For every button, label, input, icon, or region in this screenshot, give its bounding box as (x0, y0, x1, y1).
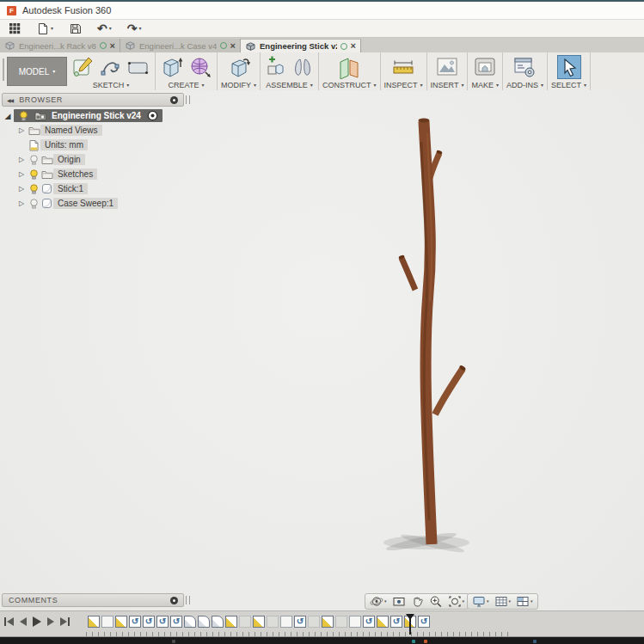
dropdown-caret-icon[interactable]: ▾ (51, 26, 53, 31)
browser-panel-grip[interactable] (186, 95, 190, 104)
redo-button[interactable]: ↷▾ (126, 21, 144, 36)
timeline-feature-ghost[interactable] (239, 616, 251, 628)
panel-toggle-icon[interactable] (170, 597, 178, 604)
measure-button[interactable] (390, 56, 416, 78)
zoom-button[interactable] (427, 595, 445, 608)
collapse-arrow-icon[interactable]: ▷ (15, 126, 28, 134)
create-sketch-button[interactable] (71, 54, 96, 80)
display-settings-button[interactable]: ▾ (470, 595, 491, 608)
ribbon-grip[interactable] (3, 58, 4, 81)
bulb-cell[interactable] (28, 169, 40, 180)
timeline-feature-sketch[interactable] (225, 616, 237, 628)
construction-plane-button[interactable] (336, 54, 362, 80)
tree-row-units-mm[interactable]: Units: mm (15, 138, 199, 152)
collapse-arrow-icon[interactable]: ▷ (15, 156, 28, 163)
bulb-cell[interactable] (28, 184, 40, 194)
timeline-feature-sweep[interactable]: ↺ (156, 616, 169, 628)
rectangle-button[interactable] (126, 54, 151, 80)
select-cursor-button[interactable] (557, 55, 581, 79)
play-button[interactable] (33, 616, 41, 627)
browser-panel-header[interactable]: ◀◀ BROWSER (2, 93, 184, 107)
viewport-canvas[interactable]: ◀◀ BROWSER ◢Engineering Stick v24▷Named … (0, 90, 644, 610)
skip-start-button[interactable] (4, 617, 14, 626)
undo-button[interactable]: ↶▾ (95, 21, 113, 36)
collapse-arrow-icon[interactable]: ▷ (15, 170, 28, 178)
collapse-arrow-icon[interactable]: ▷ (15, 185, 28, 193)
dropdown-caret-icon[interactable]: ▾ (109, 26, 112, 31)
step-back-button[interactable] (20, 617, 27, 626)
scripts-addins-button[interactable] (512, 55, 537, 79)
ribbon-group-label[interactable]: SKETCH▾ (93, 81, 130, 89)
timeline-feature-ghost[interactable] (308, 616, 320, 628)
save-button[interactable] (67, 21, 83, 36)
timeline-feature-sweep[interactable]: ↺ (363, 616, 375, 628)
timeline-feature-plane[interactable] (280, 616, 292, 628)
step-forward-button[interactable] (47, 617, 54, 626)
timeline-feature-sketch[interactable] (322, 616, 334, 628)
timeline-feature-fillet[interactable] (212, 616, 224, 628)
ribbon-group-label[interactable]: SELECT▾ (551, 81, 586, 89)
viewports-button[interactable]: ▾ (514, 595, 535, 608)
look-at-button[interactable] (390, 595, 408, 608)
collapse-arrow-icon[interactable]: ▷ (15, 199, 28, 207)
timeline-feature-sketch[interactable] (88, 616, 100, 628)
bulb-cell[interactable] (28, 155, 40, 165)
timeline-feature-sweep[interactable]: ↺ (294, 616, 306, 628)
timeline-feature-ghost[interactable] (335, 616, 347, 628)
timeline-feature-sweep[interactable]: ↺ (418, 616, 430, 628)
timeline-feature-sweep[interactable]: ↺ (143, 616, 155, 628)
joint-button[interactable] (291, 54, 315, 80)
panel-toggle-icon[interactable] (170, 96, 178, 104)
ribbon-group-label[interactable]: CREATE▾ (169, 81, 205, 89)
timeline-feature-sweep[interactable]: ↺ (390, 616, 402, 628)
timeline-feature-fillet[interactable] (184, 616, 196, 628)
tree-row-stick-1[interactable]: ▷Stick:1 (15, 181, 199, 196)
pan-button[interactable] (409, 595, 426, 608)
timeline-feature-sketch[interactable] (253, 616, 265, 628)
ribbon-group-label[interactable]: ASSEMBLE▾ (266, 81, 313, 89)
tree-row-engineering-stick-v24[interactable]: ◢Engineering Stick v24 (2, 108, 199, 123)
close-tab-icon[interactable]: × (351, 41, 356, 51)
bulb-cell[interactable] (28, 199, 40, 209)
workspace-switcher-button[interactable]: MODEL ▾ (7, 57, 67, 86)
tree-row-sketches[interactable]: ▷Sketches (15, 167, 199, 181)
apps-grid-button[interactable] (7, 21, 22, 36)
form-button[interactable] (187, 54, 213, 80)
ribbon-group-label[interactable]: INSERT▾ (431, 81, 464, 89)
dropdown-caret-icon[interactable]: ▾ (139, 26, 142, 31)
ribbon-group-label[interactable]: MODIFY▾ (221, 81, 256, 89)
tree-row-case-sweep-1[interactable]: ▷Case Sweep:1 (15, 196, 199, 211)
document-tab-1[interactable]: Engineeri...k Rack v8× (0, 39, 120, 52)
timeline-feature-fillet[interactable] (198, 616, 210, 628)
spline-button[interactable] (99, 54, 123, 80)
comments-panel-header[interactable]: COMMENTS (2, 593, 184, 607)
timeline-feature-sketch[interactable] (115, 616, 127, 628)
timeline-feature-ghost[interactable] (267, 616, 279, 628)
ribbon-group-label[interactable]: INSPECT▾ (384, 81, 423, 89)
file-new-button[interactable]: ▾ (34, 21, 55, 36)
stick-trunk[interactable] (419, 118, 432, 544)
document-tab-3[interactable]: Engineering Stick v24× (241, 39, 361, 52)
tree-row-named-views[interactable]: ▷Named Views (15, 123, 199, 138)
skip-end-button[interactable] (60, 617, 70, 626)
document-tab-2[interactable]: Engineeri...k Case v4× (120, 39, 241, 52)
orbit-button[interactable]: ▾ (368, 595, 389, 608)
new-component-button[interactable] (264, 54, 288, 80)
grid-layout-button[interactable]: ▾ (493, 595, 513, 608)
comments-panel-grip[interactable] (186, 596, 190, 604)
ribbon-group-label[interactable]: CONSTRUCT▾ (322, 81, 377, 89)
timeline-feature-sweep[interactable]: ↺ (129, 616, 141, 628)
press-pull-button[interactable] (226, 54, 252, 80)
expand-arrow-icon[interactable]: ◢ (2, 112, 14, 120)
fit-button[interactable]: ▾ (446, 595, 467, 608)
close-tab-icon[interactable]: × (230, 41, 236, 51)
ribbon-group-label[interactable]: MAKE▾ (471, 81, 499, 89)
insert-image-button[interactable] (434, 55, 460, 79)
timeline-feature-sketch[interactable] (377, 616, 389, 628)
timeline-feature-sweep[interactable]: ↺ (170, 616, 182, 628)
collapse-panel-icon[interactable]: ◀◀ (7, 97, 13, 103)
visibility-badge[interactable] (146, 110, 159, 121)
tree-row-origin[interactable]: ▷Origin (15, 152, 199, 167)
timeline-feature-plane[interactable] (101, 616, 113, 628)
ribbon-group-label[interactable]: ADD-INS▾ (506, 81, 543, 89)
